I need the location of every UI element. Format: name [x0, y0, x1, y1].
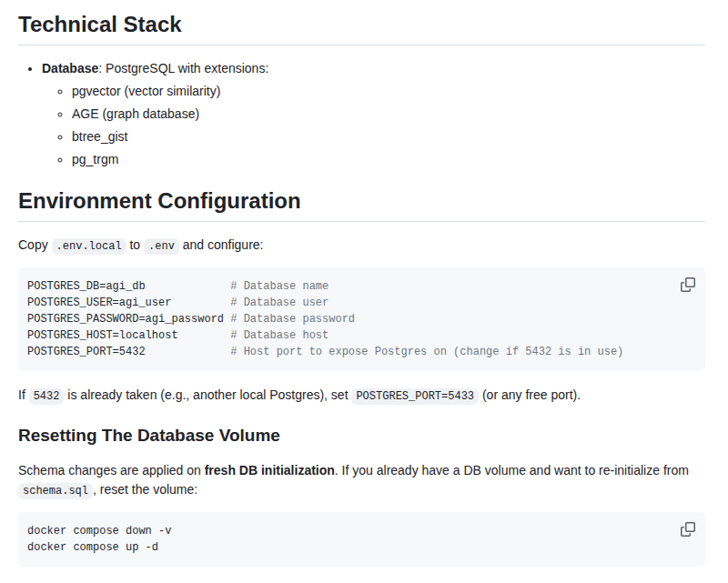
database-text: : PostgreSQL with extensions:: [98, 61, 268, 75]
env-code-block: POSTGRES_DB=agi_db # Database name POSTG…: [18, 267, 705, 371]
heading-technical-stack: Technical Stack: [18, 11, 705, 45]
reset-bold-text: fresh DB initialization: [205, 463, 335, 477]
code-statement: POSTGRES_DB=agi_db: [27, 280, 230, 293]
copy-docker-block-button[interactable]: [676, 518, 700, 541]
list-item-btree-gist: btree_gist: [72, 127, 705, 146]
copy-icon: [681, 522, 695, 537]
port-note-text-1: If: [18, 387, 29, 402]
code-comment: # Database name: [230, 280, 329, 293]
inline-code-postgres-port: POSTGRES_PORT=5433: [351, 388, 479, 405]
port-note-text-3: (or any free port).: [479, 387, 581, 402]
database-label: Database: [42, 61, 98, 75]
code-statement: docker compose down -v: [27, 525, 171, 538]
inline-code-schema-sql: schema.sql: [18, 483, 93, 499]
list-item-pgvector: pgvector (vector similarity): [72, 82, 705, 101]
code-line: POSTGRES_DB=agi_db # Database name: [27, 278, 696, 295]
inline-code-env: .env: [144, 238, 179, 255]
reset-paragraph: Schema changes are applied on fresh DB i…: [18, 461, 705, 499]
code-line: POSTGRES_USER=agi_user # Database user: [27, 295, 696, 311]
list-item-age: AGE (graph database): [72, 105, 705, 124]
code-comment: # Database host: [230, 329, 329, 342]
copy-env-block-button[interactable]: [676, 273, 700, 297]
list-item-database: Database: PostgreSQL with extensions: pg…: [42, 59, 705, 169]
heading-resetting-database-volume: Resetting The Database Volume: [18, 425, 705, 447]
code-statement: POSTGRES_HOST=localhost: [27, 329, 230, 342]
port-note-paragraph: If 5432 is already taken (e.g., another …: [18, 386, 705, 405]
copy-icon: [681, 277, 695, 292]
code-statement: docker compose up -d: [27, 541, 158, 554]
extensions-list: pgvector (vector similarity) AGE (graph …: [42, 82, 705, 169]
env-intro-paragraph: Copy .env.local to .env and configure:: [18, 236, 705, 255]
code-line: docker compose up -d: [27, 539, 696, 556]
port-note-text-2: is already taken (e.g., another local Po…: [64, 387, 351, 402]
code-line: POSTGRES_PORT=5432 # Host port to expose…: [27, 344, 696, 360]
code-line: POSTGRES_PASSWORD=agi_password # Databas…: [27, 311, 696, 327]
code-comment: # Host port to expose Postgres on (chang…: [230, 346, 623, 358]
code-line: POSTGRES_HOST=localhost # Database host: [27, 327, 696, 344]
reset-text-1: Schema changes are applied on: [18, 463, 205, 477]
env-intro-text-2: to: [126, 237, 144, 252]
code-comment: # Database user: [230, 297, 329, 309]
inline-code-5432: 5432: [29, 388, 65, 405]
code-statement: POSTGRES_PORT=5432: [27, 346, 230, 358]
heading-environment-configuration: Environment Configuration: [18, 187, 705, 222]
tech-stack-list: Database: PostgreSQL with extensions: pg…: [18, 59, 705, 169]
code-line: docker compose down -v: [27, 523, 696, 539]
reset-text-2: . If you already have a DB volume and wa…: [335, 463, 689, 477]
code-statement: POSTGRES_USER=agi_user: [27, 297, 230, 309]
markdown-document: Technical Stack Database: PostgreSQL wit…: [0, 0, 728, 583]
code-comment: # Database password: [230, 313, 355, 326]
list-item-pg-trgm: pg_trgm: [72, 150, 705, 169]
code-statement: POSTGRES_PASSWORD=agi_password: [27, 313, 230, 326]
docker-code-block: docker compose down -v docker compose up…: [18, 512, 705, 567]
env-intro-text-1: Copy: [18, 237, 52, 252]
reset-text-3: , reset the volume:: [93, 482, 197, 497]
inline-code-env-local: .env.local: [52, 238, 126, 255]
env-intro-text-3: and configure:: [179, 237, 264, 252]
